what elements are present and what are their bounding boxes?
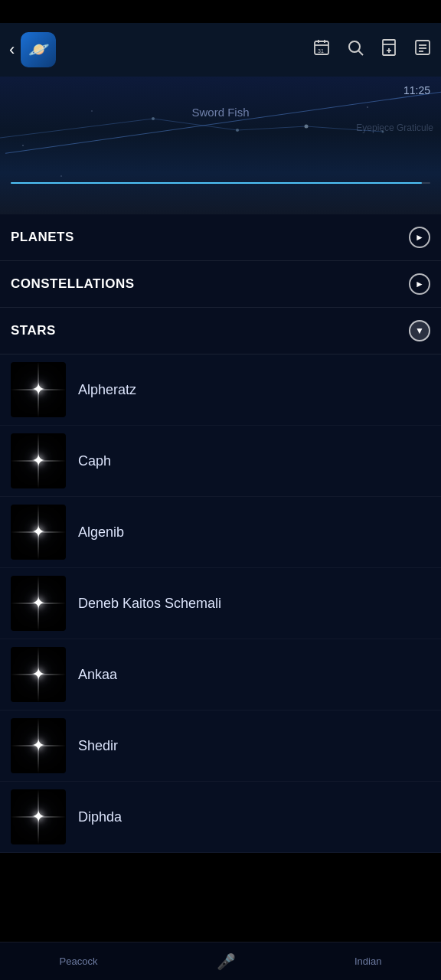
- star-name-shedir: Shedir: [78, 738, 118, 754]
- planets-title: PLANETS: [11, 230, 74, 245]
- star-thumbnail-deneb: [11, 576, 66, 631]
- list-icon[interactable]: [413, 38, 432, 61]
- star-thumbnail-alpheratz: [11, 362, 66, 417]
- star-item[interactable]: Ankaa: [0, 639, 441, 710]
- star-name-algenib: Algenib: [78, 524, 124, 541]
- svg-rect-11: [416, 41, 430, 54]
- svg-point-25: [367, 106, 368, 108]
- bottom-nav-indian[interactable]: Indian: [354, 956, 381, 967]
- constellations-expand-icon[interactable]: ►: [409, 273, 430, 295]
- logo-icon: 🪐: [28, 40, 49, 60]
- calendar-icon[interactable]: 31: [312, 38, 331, 61]
- star-name-ankaa: Ankaa: [78, 667, 117, 683]
- star-item[interactable]: Diphda: [0, 782, 441, 853]
- svg-point-26: [91, 110, 93, 112]
- stars-list: Alpheratz Caph Algenib: [0, 354, 441, 853]
- star-item[interactable]: Caph: [0, 426, 441, 497]
- star-name-deneb: Deneb Kaitos Schemali: [78, 596, 221, 612]
- svg-line-15: [0, 119, 153, 138]
- constellations-title: CONSTELLATIONS: [11, 276, 135, 292]
- constellations-section[interactable]: CONSTELLATIONS ►: [0, 261, 441, 308]
- star-thumbnail-algenib: [11, 505, 66, 560]
- star-item[interactable]: Alpheratz: [0, 354, 441, 426]
- svg-point-22: [382, 131, 384, 133]
- sky-progress-bar: [11, 182, 430, 184]
- star-name-diphda: Diphda: [78, 809, 122, 825]
- svg-point-19: [152, 117, 155, 120]
- search-icon[interactable]: [346, 38, 364, 61]
- status-bar: [0, 0, 441, 23]
- star-name-caph: Caph: [78, 453, 111, 469]
- star-item[interactable]: Deneb Kaitos Schemali: [0, 568, 441, 639]
- svg-line-17: [237, 126, 306, 130]
- svg-point-5: [349, 41, 360, 52]
- svg-point-20: [236, 129, 239, 132]
- app-logo: 🪐: [21, 32, 56, 67]
- svg-line-6: [359, 51, 364, 56]
- star-item[interactable]: Shedir: [0, 710, 441, 782]
- stars-collapse-icon[interactable]: ▼: [409, 320, 430, 341]
- bottom-nav-peacock[interactable]: Peacock: [60, 956, 98, 967]
- back-button[interactable]: ‹: [9, 40, 15, 60]
- sky-map: 11:25 Sword Fish Eyepiece Graticule: [0, 77, 441, 214]
- header-left: ‹ 🪐: [9, 32, 56, 67]
- microphone-icon[interactable]: 🎤: [217, 952, 236, 971]
- planets-section[interactable]: PLANETS ►: [0, 214, 441, 261]
- svg-text:31: 31: [318, 48, 324, 54]
- star-item[interactable]: Algenib: [0, 497, 441, 568]
- stars-title: STARS: [11, 323, 56, 338]
- star-thumbnail-caph: [11, 433, 66, 488]
- planets-expand-icon[interactable]: ►: [409, 227, 430, 248]
- sky-progress-fill: [11, 182, 422, 184]
- header-icons: 31: [312, 38, 432, 61]
- svg-point-24: [60, 175, 62, 177]
- svg-point-23: [22, 145, 24, 146]
- star-thumbnail-diphda: [11, 789, 66, 844]
- stars-section[interactable]: STARS ▼: [0, 308, 441, 354]
- star-name-alpheratz: Alpheratz: [78, 382, 136, 398]
- main-content: PLANETS ► CONSTELLATIONS ► STARS ▼ Alphe…: [0, 214, 441, 853]
- app-header: ‹ 🪐 31: [0, 23, 441, 77]
- bottom-nav-bar: Peacock 🎤 Indian: [0, 942, 441, 980]
- star-thumbnail-shedir: [11, 718, 66, 773]
- svg-line-18: [306, 126, 383, 132]
- svg-point-21: [305, 125, 309, 129]
- star-thumbnail-ankaa: [11, 647, 66, 702]
- svg-line-16: [153, 119, 237, 130]
- bookmark-icon[interactable]: [380, 38, 398, 61]
- sky-lines: [0, 77, 441, 214]
